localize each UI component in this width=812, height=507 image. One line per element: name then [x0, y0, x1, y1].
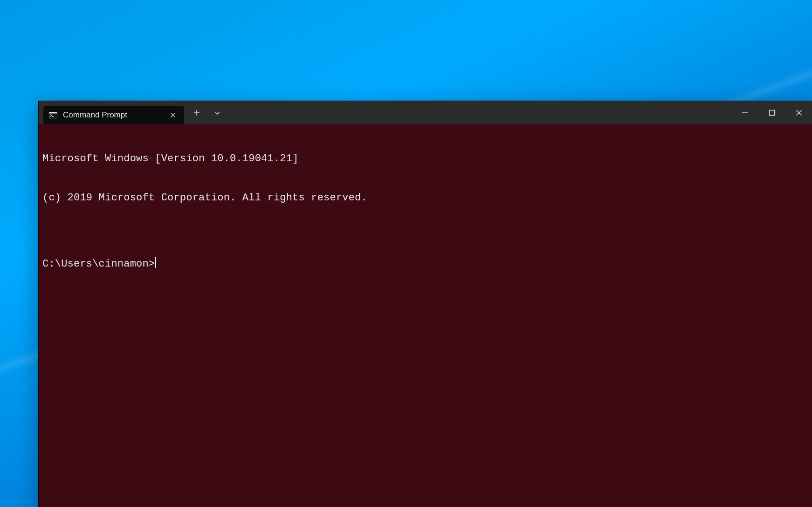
close-icon — [170, 112, 176, 118]
svg-rect-8 — [770, 110, 775, 116]
tab-command-prompt[interactable]: Command Prompt — [43, 106, 184, 124]
terminal-prompt-line: C:\Users\cinnamon> — [42, 257, 809, 271]
tab-dropdown-button[interactable] — [207, 103, 227, 122]
close-icon — [796, 110, 802, 116]
terminal-prompt: C:\Users\cinnamon> — [42, 258, 155, 270]
titlebar-drag-region[interactable] — [227, 101, 731, 124]
tab-strip: Command Prompt — [39, 101, 184, 124]
maximize-icon — [769, 110, 775, 116]
svg-rect-1 — [49, 112, 57, 114]
terminal-line: (c) 2019 Microsoft Corporation. All righ… — [42, 192, 809, 205]
terminal-window: Command Prompt — [38, 101, 812, 507]
terminal-cursor — [155, 257, 156, 268]
plus-icon — [193, 110, 200, 116]
chevron-down-icon — [214, 110, 220, 116]
tab-title: Command Prompt — [63, 110, 166, 120]
titlebar[interactable]: Command Prompt — [39, 101, 812, 124]
tab-close-button[interactable] — [166, 109, 179, 122]
close-window-button[interactable] — [785, 101, 812, 124]
terminal-line: Microsoft Windows [Version 10.0.19041.21… — [42, 152, 809, 165]
command-prompt-icon — [49, 112, 57, 118]
window-controls — [731, 101, 812, 124]
tabbar-buttons — [184, 101, 227, 124]
maximize-button[interactable] — [758, 101, 785, 124]
terminal-output[interactable]: Microsoft Windows [Version 10.0.19041.21… — [39, 124, 812, 507]
minimize-icon — [742, 110, 748, 116]
new-tab-button[interactable] — [187, 103, 206, 122]
desktop-wallpaper: Command Prompt — [0, 0, 812, 507]
minimize-button[interactable] — [731, 101, 758, 124]
